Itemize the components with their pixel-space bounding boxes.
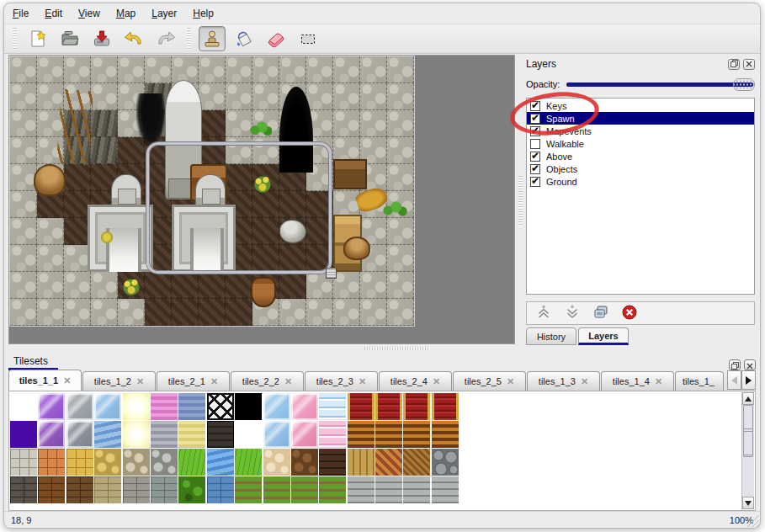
tileset-tile[interactable] <box>348 393 375 420</box>
tileset-tile[interactable] <box>38 421 65 448</box>
scroll-tabs-left-button[interactable] <box>727 370 741 390</box>
tileset-tab-tiles_1_2[interactable]: tiles_1_2✕ <box>82 371 156 391</box>
tileset-tile[interactable] <box>432 421 459 448</box>
tilesets-dock-tab[interactable]: Tilesets <box>8 354 58 370</box>
close-tab-icon[interactable]: ✕ <box>507 376 514 387</box>
tileset-tile[interactable] <box>66 476 93 503</box>
tileset-tile[interactable] <box>319 421 346 448</box>
selection-resize-handle[interactable] <box>326 268 337 279</box>
map-tile[interactable] <box>226 272 252 299</box>
tileset-tile[interactable] <box>38 449 65 476</box>
opacity-slider-track[interactable] <box>566 82 753 87</box>
layer-row-objects[interactable]: Objects <box>527 162 754 175</box>
layer-row-spawn[interactable]: Spawn <box>527 112 754 125</box>
tileset-tab-tiles_1_3[interactable]: tiles_1_3✕ <box>527 371 600 391</box>
splitter-grip-h[interactable] <box>364 347 430 350</box>
tileset-tile[interactable] <box>94 476 121 503</box>
tileset-tile[interactable] <box>94 393 121 420</box>
tileset-tile[interactable] <box>263 421 290 448</box>
scroll-up-button[interactable] <box>742 392 754 405</box>
tileset-content[interactable] <box>8 391 756 511</box>
tileset-tile[interactable] <box>178 476 205 503</box>
map-tile[interactable] <box>199 272 226 299</box>
raise-layer-button[interactable] <box>535 305 552 322</box>
map-tile[interactable] <box>91 110 118 137</box>
scrollbar-track[interactable] <box>742 457 754 497</box>
tileset-tile[interactable] <box>291 421 318 448</box>
layer-row-ground[interactable]: Ground <box>527 175 754 188</box>
layer-row-walkable[interactable]: Walkable <box>527 137 754 150</box>
map-tile[interactable] <box>387 272 414 299</box>
tileset-tab-tiles_2_4[interactable]: tiles_2_4✕ <box>379 371 452 391</box>
map-tile[interactable] <box>387 110 414 137</box>
map-tile[interactable] <box>333 110 360 137</box>
layer-row-mapevents[interactable]: Mapevents <box>527 125 754 137</box>
map-tile[interactable] <box>10 272 37 299</box>
opacity-slider-handle[interactable] <box>733 78 755 91</box>
map-tile[interactable] <box>360 110 387 137</box>
float-tilesets-button[interactable] <box>729 359 741 370</box>
tileset-tile[interactable] <box>66 449 93 476</box>
map-tile[interactable] <box>226 83 252 110</box>
tileset-tab-tiles_2_3[interactable]: tiles_2_3✕ <box>305 371 378 391</box>
map-tile[interactable] <box>118 299 145 326</box>
layer-row-above[interactable]: Above <box>527 150 754 162</box>
map-tile[interactable] <box>306 83 333 110</box>
tileset-tile[interactable] <box>319 449 346 476</box>
close-tab-icon[interactable]: ✕ <box>284 376 292 387</box>
tileset-tile[interactable] <box>263 476 290 503</box>
scrollbar-thumb[interactable] <box>743 405 753 457</box>
tileset-tile[interactable] <box>319 476 346 503</box>
tileset-tab-tiles_1_1[interactable]: tiles_1_1✕ <box>8 370 82 391</box>
map-tile[interactable] <box>226 299 252 326</box>
menu-layer[interactable]: Layer <box>151 8 177 19</box>
map-tile[interactable] <box>37 218 64 245</box>
tileset-tile[interactable] <box>403 393 430 420</box>
tileset-tile[interactable] <box>291 449 318 476</box>
map-tile[interactable] <box>172 299 199 326</box>
map-tile[interactable] <box>360 272 387 299</box>
map-tile[interactable] <box>333 83 360 110</box>
layer-row-keys[interactable]: Keys <box>527 99 754 112</box>
map-tile[interactable] <box>10 137 37 164</box>
map-tile[interactable] <box>64 164 91 191</box>
layer-visibility-checkbox[interactable] <box>530 139 540 149</box>
map-viewport[interactable] <box>8 55 515 344</box>
map-tile[interactable] <box>37 272 64 299</box>
map-tile[interactable] <box>226 56 252 83</box>
map-tile[interactable] <box>64 272 91 299</box>
map-tile[interactable] <box>387 218 414 245</box>
tileset-tile[interactable] <box>151 421 178 448</box>
map-selection-rect[interactable] <box>146 142 332 274</box>
map-tile[interactable] <box>10 110 37 137</box>
tileset-tile[interactable] <box>123 449 150 476</box>
map-tile[interactable] <box>10 191 37 218</box>
map-tile[interactable] <box>37 245 64 272</box>
close-tab-icon[interactable]: ✕ <box>359 376 366 387</box>
tileset-tile[interactable] <box>66 421 93 448</box>
tileset-tile[interactable] <box>235 476 262 503</box>
map-tile[interactable] <box>306 56 333 83</box>
map-tile[interactable] <box>252 56 279 83</box>
tileset-tile[interactable] <box>263 393 290 420</box>
close-tab-icon[interactable]: ✕ <box>63 375 71 386</box>
tileset-tile[interactable] <box>235 393 262 420</box>
tileset-tile[interactable] <box>319 393 346 420</box>
layer-visibility-checkbox[interactable] <box>530 152 540 162</box>
map-tile[interactable] <box>118 56 145 83</box>
tileset-tile[interactable] <box>123 421 150 448</box>
tileset-tile[interactable] <box>403 421 430 448</box>
tileset-tile[interactable] <box>10 476 37 503</box>
map-tile[interactable] <box>387 137 414 164</box>
tileset-tile[interactable] <box>207 449 234 476</box>
tileset-tile[interactable] <box>207 393 234 420</box>
tileset-tile[interactable] <box>123 393 150 420</box>
undo-button[interactable] <box>120 26 147 51</box>
tileset-tile[interactable] <box>403 449 430 476</box>
layer-visibility-checkbox[interactable] <box>530 126 540 136</box>
map-tile[interactable] <box>91 56 118 83</box>
toolbar-drag-handle-2[interactable] <box>187 28 191 50</box>
close-tab-icon[interactable]: ✕ <box>433 376 440 387</box>
tileset-tile[interactable] <box>348 476 375 503</box>
close-tab-icon[interactable]: ✕ <box>655 376 662 387</box>
